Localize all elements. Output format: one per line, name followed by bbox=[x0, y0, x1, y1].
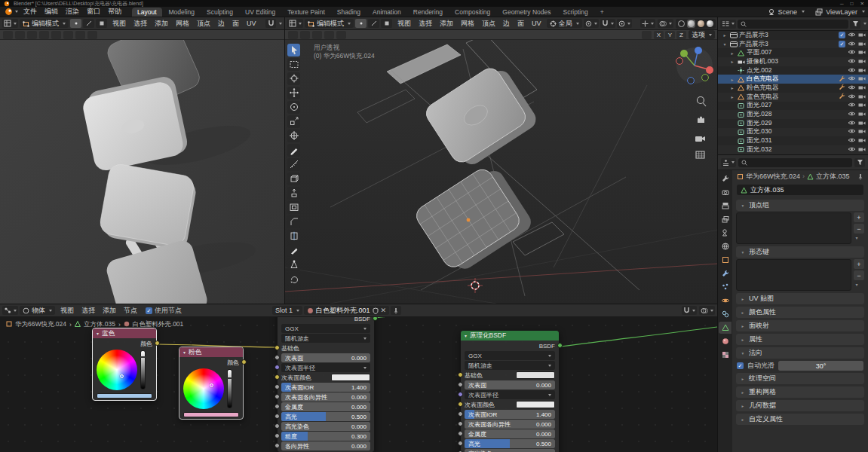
node-slider-field[interactable]: 次表面各向异性0.000 bbox=[281, 392, 370, 402]
properties-tab-world[interactable] bbox=[719, 240, 732, 252]
workspace-tab[interactable]: Sculpting bbox=[201, 8, 238, 17]
color-wheel-cursor[interactable] bbox=[120, 374, 124, 378]
expand-toggle-icon[interactable]: ▸ bbox=[729, 59, 735, 64]
tool-setting-icon[interactable] bbox=[27, 31, 37, 39]
viewport-menu-item[interactable]: 边 bbox=[214, 19, 229, 29]
outliner-row[interactable]: 面光.030 bbox=[718, 128, 868, 137]
node-slider-field[interactable]: 高光0.500 bbox=[465, 439, 555, 448]
section-expand-icon[interactable]: ▸ bbox=[740, 417, 746, 422]
proportional-edit-button[interactable] bbox=[617, 19, 632, 28]
vertex-select-toggle[interactable] bbox=[355, 19, 367, 28]
tool-setting-icon[interactable] bbox=[288, 31, 298, 39]
color-wheel[interactable] bbox=[97, 350, 137, 390]
viewport-menu-item[interactable]: 边 bbox=[499, 19, 514, 29]
viewport-menu-item[interactable]: UV bbox=[243, 20, 260, 27]
hide-viewport-eye-icon[interactable] bbox=[848, 120, 856, 127]
section-header-5[interactable]: ▸属性 bbox=[736, 334, 864, 345]
poly-build-tool-button[interactable] bbox=[287, 258, 300, 271]
properties-tab-material[interactable] bbox=[719, 335, 732, 347]
fake-user-shield-icon[interactable] bbox=[373, 307, 379, 314]
node-header[interactable]: ▾ 原理化BSDF bbox=[461, 331, 559, 341]
input-socket[interactable] bbox=[275, 443, 280, 448]
knife-tool-button[interactable] bbox=[287, 244, 300, 257]
input-socket[interactable] bbox=[275, 355, 280, 360]
input-socket[interactable] bbox=[275, 404, 280, 409]
input-socket[interactable] bbox=[458, 431, 463, 436]
collection-checkbox[interactable]: ✓ bbox=[839, 32, 845, 38]
properties-tab-object-data[interactable] bbox=[719, 322, 732, 334]
input-socket[interactable] bbox=[458, 392, 463, 397]
color-swatch[interactable] bbox=[183, 412, 239, 417]
input-socket[interactable] bbox=[458, 372, 463, 377]
node-slider-field[interactable]: 高光染色0.000 bbox=[281, 422, 370, 431]
maximize-button[interactable]: □ bbox=[851, 1, 854, 7]
face-select-toggle[interactable] bbox=[381, 19, 392, 28]
viewport-menu-item[interactable]: 视图 bbox=[394, 19, 415, 29]
editor-type-button[interactable] bbox=[2, 306, 18, 315]
hide-viewport-eye-icon[interactable] bbox=[848, 67, 856, 75]
tool-setting-icon[interactable] bbox=[15, 31, 25, 39]
use-nodes-checkbox[interactable]: ✓ bbox=[146, 307, 152, 314]
node-slider-field[interactable]: 次表面0.000 bbox=[465, 380, 555, 389]
tool-setting-icon[interactable] bbox=[87, 31, 97, 39]
workspace-tab[interactable]: Modeling bbox=[164, 8, 201, 17]
outliner-row[interactable]: ▸白色充电器 bbox=[718, 75, 868, 84]
properties-tab-particles[interactable] bbox=[719, 281, 732, 293]
shader-menu-item[interactable]: 节点 bbox=[120, 306, 141, 316]
color-swatch[interactable] bbox=[97, 393, 152, 399]
measure-tool-button[interactable] bbox=[287, 158, 300, 171]
snap-magnet-button[interactable] bbox=[682, 306, 697, 315]
breadcrumb-data[interactable]: 立方体.035 bbox=[816, 172, 850, 182]
section-expand-icon[interactable]: ▸ bbox=[740, 377, 746, 381]
node-slider-field[interactable]: 金属度0.000 bbox=[281, 402, 370, 411]
editor-type-button[interactable] bbox=[2, 19, 18, 28]
tool-setting-icon[interactable] bbox=[336, 31, 346, 39]
shader-menu-item[interactable]: 选择 bbox=[78, 306, 99, 316]
value-slider[interactable] bbox=[140, 350, 146, 389]
editor-type-button[interactable] bbox=[720, 20, 736, 29]
viewport-menu-item[interactable]: 网格 bbox=[172, 19, 193, 29]
specials-menu-icon[interactable]: ▾ bbox=[854, 235, 860, 240]
section-expand-icon[interactable]: ▾ bbox=[740, 203, 746, 208]
properties-search-input[interactable] bbox=[738, 158, 852, 167]
value-slider[interactable] bbox=[227, 369, 232, 408]
collapse-icon[interactable]: ▾ bbox=[183, 350, 186, 355]
section-expand-icon[interactable]: ▾ bbox=[740, 351, 746, 356]
color-wheel-cursor[interactable] bbox=[210, 383, 213, 387]
principled-bsdf-node[interactable]: ▾ 原理化BSDF BSDFGGX随机游走基础色次表面0.000次表面半径次表面… bbox=[460, 330, 560, 452]
section-header-2[interactable]: ▸UV 贴图 bbox=[736, 293, 864, 304]
extrude-region-tool-button[interactable] bbox=[287, 187, 300, 200]
properties-tab-constraints[interactable] bbox=[719, 308, 732, 320]
node-header[interactable]: ▾ 粉色 bbox=[179, 347, 243, 357]
workspace-tab[interactable]: Layout bbox=[132, 8, 162, 17]
viewport-menu-item[interactable]: UV bbox=[528, 20, 545, 27]
outliner-row[interactable]: ▾产品展示3✓ bbox=[718, 40, 868, 49]
outliner-row[interactable]: ▸摄像机.003 bbox=[718, 57, 868, 66]
viewport-menu-item[interactable]: 面 bbox=[514, 19, 528, 29]
bevel-tool-button[interactable] bbox=[287, 215, 300, 228]
input-socket[interactable] bbox=[458, 382, 463, 387]
viewport-left-canvas[interactable] bbox=[0, 40, 284, 304]
workspace-tab[interactable]: Scripting bbox=[558, 8, 593, 17]
input-socket[interactable] bbox=[275, 365, 280, 370]
color-wheel[interactable] bbox=[183, 368, 224, 409]
input-socket[interactable] bbox=[275, 433, 280, 438]
snap-dropdown-caret[interactable] bbox=[279, 23, 282, 25]
bsdf-output-socket[interactable] bbox=[373, 317, 378, 321]
remove-item-button[interactable]: − bbox=[854, 224, 864, 234]
workspace-tab[interactable]: Texture Paint bbox=[282, 8, 330, 17]
viewport-menu-item[interactable]: 顶点 bbox=[478, 19, 499, 29]
section-header-3[interactable]: ▸颜色属性 bbox=[736, 307, 864, 318]
viewport-menu-item[interactable]: 添加 bbox=[151, 19, 172, 29]
spin-tool-button[interactable] bbox=[287, 273, 300, 286]
close-button[interactable]: ✕ bbox=[860, 1, 864, 7]
mirror-axis-toggle[interactable]: Y bbox=[665, 31, 675, 39]
specials-menu-icon[interactable]: ▾ bbox=[854, 282, 860, 287]
workspace-tab[interactable]: Animation bbox=[367, 8, 406, 17]
disable-render-camera-icon[interactable] bbox=[858, 58, 866, 66]
disable-render-camera-icon[interactable] bbox=[858, 41, 866, 48]
add-cube-tool-button[interactable] bbox=[287, 173, 300, 185]
workspace-tab[interactable]: Rendering bbox=[408, 8, 448, 17]
select-box-tool-button[interactable] bbox=[287, 58, 300, 71]
input-socket[interactable] bbox=[458, 411, 463, 417]
